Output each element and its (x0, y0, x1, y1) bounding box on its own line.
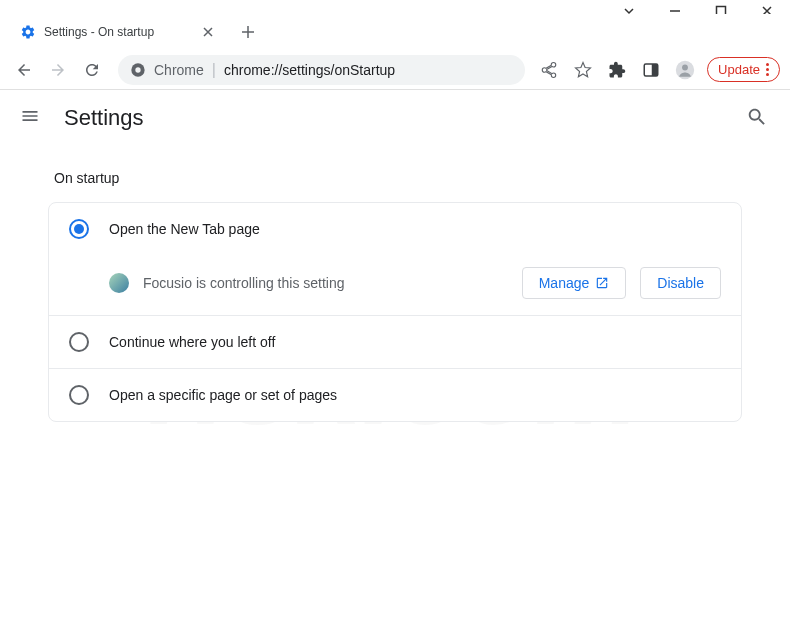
startup-options-card: Open the New Tab page Focusio is control… (48, 202, 742, 422)
radio-unselected-icon[interactable] (69, 385, 89, 405)
share-icon[interactable] (537, 58, 561, 82)
page-title: Settings (64, 105, 144, 131)
radio-unselected-icon[interactable] (69, 332, 89, 352)
forward-button[interactable] (44, 56, 72, 84)
reload-button[interactable] (78, 56, 106, 84)
manage-button[interactable]: Manage (522, 267, 627, 299)
update-label: Update (718, 62, 760, 77)
url-path: chrome://settings/onStartup (224, 62, 395, 78)
address-bar[interactable]: Chrome | chrome://settings/onStartup (118, 55, 525, 85)
tab-close-button[interactable] (200, 24, 216, 40)
disable-label: Disable (657, 275, 704, 291)
search-icon[interactable] (746, 106, 770, 130)
settings-gear-icon (20, 24, 36, 40)
profile-avatar-icon[interactable] (673, 58, 697, 82)
window-controls (0, 0, 790, 14)
svg-point-7 (682, 64, 688, 70)
browser-tab[interactable]: Settings - On startup (8, 15, 228, 49)
radio-label: Open the New Tab page (109, 221, 260, 237)
extension-message: Focusio is controlling this setting (143, 275, 508, 291)
radio-label: Open a specific page or set of pages (109, 387, 337, 403)
svg-rect-5 (652, 64, 658, 76)
tab-title: Settings - On startup (44, 25, 192, 39)
extension-icon (109, 273, 129, 293)
radio-option-new-tab[interactable]: Open the New Tab page (49, 203, 741, 255)
radio-label: Continue where you left off (109, 334, 275, 350)
extension-control-row: Focusio is controlling this setting Mana… (49, 255, 741, 315)
browser-toolbar: Chrome | chrome://settings/onStartup Upd… (0, 50, 790, 90)
bookmark-star-icon[interactable] (571, 58, 595, 82)
url-host: Chrome (154, 62, 204, 78)
manage-label: Manage (539, 275, 590, 291)
chrome-icon (130, 62, 146, 78)
hamburger-menu-icon[interactable] (20, 106, 44, 130)
extensions-puzzle-icon[interactable] (605, 58, 629, 82)
new-tab-button[interactable] (234, 18, 262, 46)
side-panel-icon[interactable] (639, 58, 663, 82)
disable-button[interactable]: Disable (640, 267, 721, 299)
update-button[interactable]: Update (707, 57, 780, 82)
radio-option-continue[interactable]: Continue where you left off (49, 316, 741, 368)
settings-content: On startup Open the New Tab page Focusio… (0, 170, 790, 422)
open-external-icon (595, 276, 609, 290)
back-button[interactable] (10, 56, 38, 84)
tab-bar: Settings - On startup (0, 14, 790, 50)
svg-point-3 (135, 67, 140, 72)
menu-dots-icon (766, 63, 769, 76)
settings-header: Settings (0, 90, 790, 146)
radio-option-specific-pages[interactable]: Open a specific page or set of pages (49, 369, 741, 421)
radio-selected-icon[interactable] (69, 219, 89, 239)
section-title: On startup (54, 170, 766, 186)
